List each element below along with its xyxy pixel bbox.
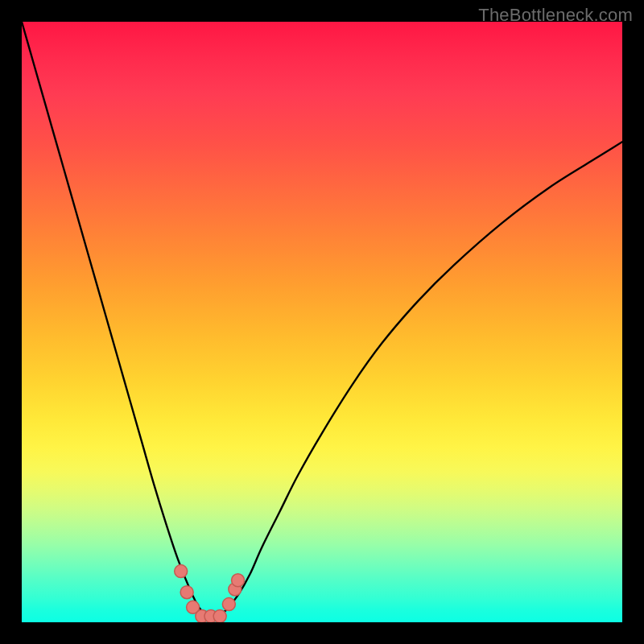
curve-marker-dot [213, 610, 226, 622]
chart-svg [22, 22, 622, 622]
bottleneck-curve [22, 22, 622, 617]
curve-marker-dot [232, 574, 245, 587]
watermark-text: TheBottleneck.com [478, 5, 633, 26]
curve-marker-dot [175, 565, 188, 578]
chart-plot-area [22, 22, 622, 622]
curve-marker-group [175, 565, 245, 622]
curve-marker-dot [180, 586, 193, 599]
curve-marker-dot [222, 598, 235, 611]
chart-frame: TheBottleneck.com [0, 0, 644, 644]
